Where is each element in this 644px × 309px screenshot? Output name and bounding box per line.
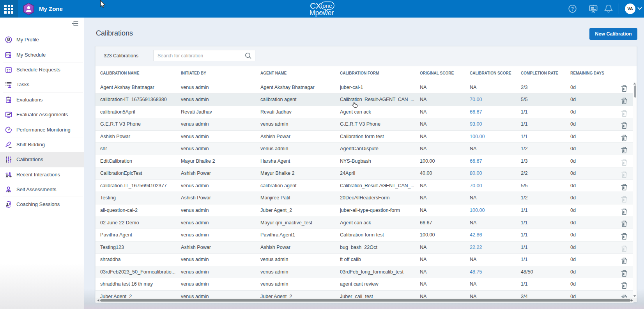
svg-text:?: ? [571, 6, 574, 12]
svg-text:Mpower: Mpower [310, 9, 334, 17]
svg-text:one: one [323, 3, 332, 9]
